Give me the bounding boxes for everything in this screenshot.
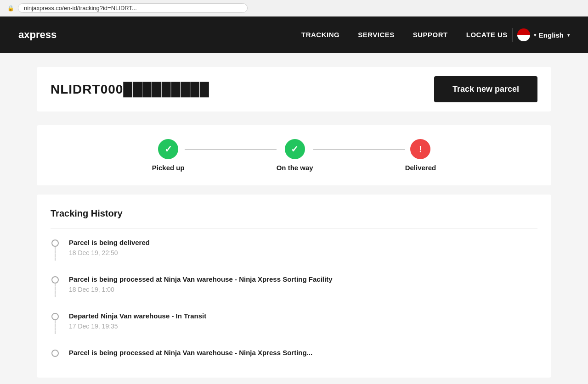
history-content-3: Parcel is being processed at Ninja Van w… xyxy=(69,348,537,359)
history-event-3: Parcel is being processed at Ninja Van w… xyxy=(69,348,537,357)
history-content-2: Departed Ninja Van warehouse - In Transi… xyxy=(69,311,537,334)
step-circle-delivered: ! xyxy=(410,139,430,159)
history-event-2: Departed Ninja Van warehouse - In Transi… xyxy=(69,311,537,321)
progress-steps: ✓ Picked up ✓ On the way ! Delivered xyxy=(46,139,542,172)
step-connector-1 xyxy=(185,149,277,150)
lock-icon: 🔒 xyxy=(7,5,14,11)
nav-item-tracking[interactable]: TRACKING xyxy=(301,31,339,39)
tracking-header: NLIDRT000█████████ Track new parcel xyxy=(37,67,551,111)
track-new-parcel-button[interactable]: Track new parcel xyxy=(434,76,537,102)
nav-links: TRACKING SERVICES SUPPORT LOCATE US xyxy=(301,31,508,39)
nav-logo[interactable]: axpress xyxy=(18,29,57,41)
nav-divider xyxy=(512,28,513,42)
timeline-dot-1 xyxy=(51,276,59,284)
navbar: axpress TRACKING SERVICES SUPPORT LOCATE… xyxy=(0,17,588,53)
step-delivered: ! Delivered xyxy=(405,139,436,172)
nav-link-services[interactable]: SERVICES xyxy=(358,31,395,39)
step-label-on-the-way: On the way xyxy=(277,164,313,172)
step-picked-up: ✓ Picked up xyxy=(152,139,185,172)
history-list: Parcel is being delivered 18 Dec 19, 22:… xyxy=(51,238,537,364)
history-content-0: Parcel is being delivered 18 Dec 19, 22:… xyxy=(69,238,537,261)
indonesia-flag xyxy=(517,28,530,41)
history-title: Tracking History xyxy=(51,208,537,219)
url-bar[interactable]: ninjaxpress.co/en-id/tracking?id=NLIDRT.… xyxy=(18,3,248,13)
lang-chevron: ▾ xyxy=(567,33,570,38)
step-circle-on-the-way: ✓ xyxy=(285,139,305,159)
history-divider xyxy=(51,228,537,228)
timeline-dot-0 xyxy=(51,239,59,247)
timeline-dot-3 xyxy=(51,350,59,357)
nav-link-locate-us[interactable]: LOCATE US xyxy=(466,31,508,39)
language-selector[interactable]: ▾ English ▾ xyxy=(517,28,570,41)
history-event-0: Parcel is being delivered xyxy=(69,238,537,247)
main-content: NLIDRT000█████████ Track new parcel ✓ Pi… xyxy=(0,53,588,384)
history-content-1: Parcel is being processed at Ninja Van w… xyxy=(69,274,537,297)
step-on-the-way: ✓ On the way xyxy=(277,139,313,172)
history-item-2: Departed Ninja Van warehouse - In Transi… xyxy=(51,311,537,348)
language-label: English xyxy=(539,31,564,39)
history-time-0: 18 Dec 19, 22:50 xyxy=(69,249,537,256)
history-event-1: Parcel is being processed at Ninja Van w… xyxy=(69,274,537,284)
step-circle-picked-up: ✓ xyxy=(158,139,178,159)
timeline-line-0 xyxy=(55,247,56,261)
timeline-dot-2 xyxy=(51,313,59,320)
tracking-id: NLIDRT000█████████ xyxy=(51,82,209,97)
history-item-0: Parcel is being delivered 18 Dec 19, 22:… xyxy=(51,238,537,274)
nav-item-services[interactable]: SERVICES xyxy=(358,31,395,39)
timeline-col-2 xyxy=(51,311,60,334)
timeline-line-2 xyxy=(55,320,56,334)
timeline-line-1 xyxy=(55,284,56,297)
history-item-3: Parcel is being processed at Ninja Van w… xyxy=(51,348,537,364)
history-time-1: 18 Dec 19, 1:00 xyxy=(69,286,537,293)
nav-link-support[interactable]: SUPPORT xyxy=(413,31,448,39)
nav-item-locate-us[interactable]: LOCATE US xyxy=(466,31,508,39)
browser-bar: 🔒 ninjaxpress.co/en-id/tracking?id=NLIDR… xyxy=(0,0,588,17)
history-section: Tracking History Parcel is being deliver… xyxy=(37,195,551,378)
flag-chevron: ▾ xyxy=(534,33,536,38)
step-label-delivered: Delivered xyxy=(405,164,436,172)
history-item-1: Parcel is being processed at Ninja Van w… xyxy=(51,274,537,311)
nav-link-tracking[interactable]: TRACKING xyxy=(301,31,339,39)
timeline-col-1 xyxy=(51,274,60,297)
nav-item-support[interactable]: SUPPORT xyxy=(413,31,448,39)
step-label-picked-up: Picked up xyxy=(152,164,185,172)
progress-section: ✓ Picked up ✓ On the way ! Delivered xyxy=(37,125,551,185)
history-time-2: 17 Dec 19, 19:35 xyxy=(69,323,537,330)
timeline-col-3 xyxy=(51,348,60,359)
step-connector-2 xyxy=(313,149,405,150)
timeline-col-0 xyxy=(51,238,60,261)
